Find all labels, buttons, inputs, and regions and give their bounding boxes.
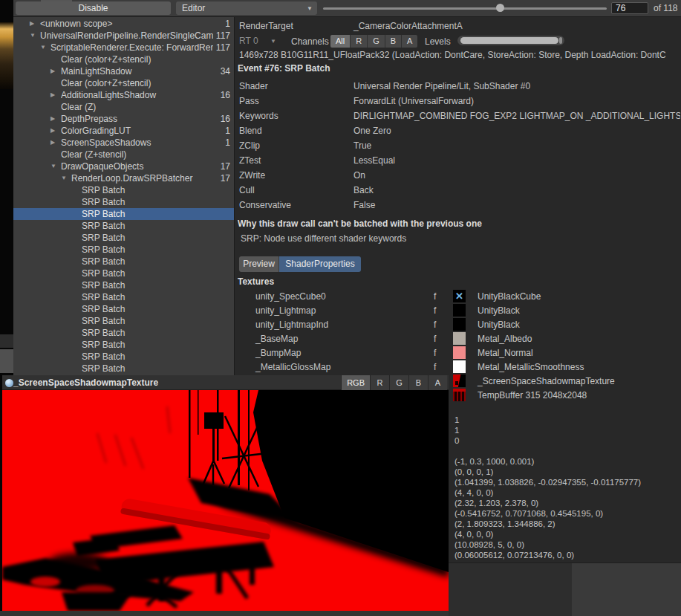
chevron-expanded-icon[interactable]: ▼ <box>50 161 61 172</box>
target-selector-dropdown[interactable]: Editor ▼ <box>176 1 317 15</box>
chevron-collapsed-icon[interactable]: ▶ <box>30 18 40 30</box>
chevron-collapsed-icon[interactable]: ▶ <box>50 65 61 77</box>
tree-row[interactable]: Clear (Z) <box>13 101 234 113</box>
tree-row[interactable]: ▶ScreenSpaceShadows1 <box>13 137 234 149</box>
tree-row[interactable]: SRP Batch <box>13 291 234 303</box>
texture-thumbnail[interactable]: ✕ <box>453 290 466 302</box>
tree-row[interactable]: ▶MainLightShadow34 <box>13 65 234 77</box>
preview-channel-button-b[interactable]: B <box>408 375 428 390</box>
chevron-collapsed-icon[interactable]: ▶ <box>50 89 61 101</box>
texture-property-name: unity_SpecCube0 <box>235 291 434 302</box>
channel-button-r[interactable]: R <box>351 35 368 48</box>
tree-row[interactable]: SRP Batch <box>13 363 234 375</box>
texture-asset-name: UnityBlack <box>466 305 520 316</box>
channel-button-all[interactable]: All <box>330 35 351 48</box>
texture-asset-name: UnityBlack <box>466 320 520 330</box>
tree-row[interactable]: SRP Batch <box>13 303 234 315</box>
tree-row[interactable]: SRP Batch <box>13 256 234 268</box>
tab-preview[interactable]: Preview <box>239 256 279 272</box>
preview-channel-button-r[interactable]: R <box>370 375 389 390</box>
chevron-collapsed-icon[interactable]: ▶ <box>50 113 61 125</box>
texture-type-flag: f <box>434 348 453 358</box>
thumb-shape <box>458 375 466 387</box>
tree-item-count: 1 <box>222 18 234 30</box>
chevron-expanded-icon[interactable]: ▼ <box>30 30 40 42</box>
tree-item-label: SRP Batch <box>82 363 227 375</box>
chevron-collapsed-icon[interactable]: ▶ <box>50 137 61 149</box>
event-number-input[interactable] <box>612 3 651 13</box>
rt-index-dropdown[interactable]: RT 0 ▼ <box>238 35 281 47</box>
texture-row: unity_LightmapfUnityBlack <box>235 303 681 317</box>
texture-thumbnail[interactable] <box>453 332 466 345</box>
channel-button-a[interactable]: A <box>402 35 417 48</box>
texture-thumbnail[interactable] <box>453 360 466 373</box>
tree-row[interactable]: Clear (color+Z+stencil) <box>13 77 234 89</box>
shader-value-line: (4, 0, 0, 0) <box>454 529 677 539</box>
event-property-value: Back <box>353 185 374 195</box>
texture-row: _MetallicGlossMapfMetal_MetallicSmoothne… <box>235 360 681 374</box>
thumb-shape <box>455 381 458 385</box>
tree-row[interactable]: ▶AdditionalLightsShadow16 <box>13 89 234 101</box>
scene-object-partial <box>0 22 13 89</box>
tree-row[interactable]: SRP Batch <box>13 279 234 291</box>
preview-channel-button-rgb[interactable]: RGB <box>341 375 370 390</box>
texture-property-name: unity_LightmapInd <box>235 320 434 330</box>
backdrop-band <box>0 334 13 348</box>
tree-row[interactable]: ▶DepthPrepass16 <box>13 113 234 125</box>
texture-thumbnail[interactable] <box>453 304 466 317</box>
tree-row[interactable]: SRP Batch <box>13 232 234 244</box>
preview-window-title: _ScreenSpaceShadowmapTexture <box>13 375 158 390</box>
texture-thumbnail[interactable] <box>453 389 466 401</box>
chevron-expanded-icon[interactable]: ▼ <box>61 172 71 184</box>
levels-range-bar[interactable] <box>460 37 558 44</box>
tree-row[interactable]: Clear (Z+stencil) <box>13 149 234 161</box>
chevron-expanded-icon[interactable]: ▼ <box>40 42 50 54</box>
levels-range-slider[interactable] <box>457 36 564 45</box>
tree-row[interactable]: ▼DrawOpaqueObjects17 <box>13 161 234 172</box>
tree-row[interactable]: SRP Batch <box>13 208 234 220</box>
event-slider-handle[interactable] <box>496 4 504 12</box>
levels-range-max-handle[interactable] <box>559 37 562 44</box>
tree-row[interactable]: SRP Batch <box>13 196 234 208</box>
disable-button[interactable]: Disable <box>16 1 171 15</box>
texture-thumbnail[interactable] <box>453 375 466 387</box>
tree-row[interactable]: SRP Batch <box>13 244 234 256</box>
tree-item-label: SRP Batch <box>82 244 227 256</box>
texture-asset-name: _ScreenSpaceShadowmapTexture <box>466 376 615 386</box>
texture-property-name: _MetallicGlossMap <box>235 362 434 372</box>
channel-button-g[interactable]: G <box>368 35 385 48</box>
tree-row[interactable]: SRP Batch <box>13 351 234 363</box>
texture-thumbnail[interactable] <box>453 318 466 331</box>
tree-row[interactable]: SRP Batch <box>13 220 234 232</box>
preview-channel-button-g[interactable]: G <box>389 375 408 390</box>
tree-row[interactable]: SRP Batch <box>13 268 234 279</box>
tree-row[interactable]: SRP Batch <box>13 184 234 196</box>
event-property-value: On <box>353 170 365 181</box>
event-property-label: ZClip <box>239 138 353 153</box>
event-slider-track[interactable] <box>323 7 607 10</box>
tree-item-count: 117 <box>213 42 234 54</box>
tree-item-label: DepthPrepass <box>61 113 218 125</box>
tree-row[interactable]: Clear (color+Z+stencil) <box>13 54 234 65</box>
event-property-value: ForwardLit (UniversalForward) <box>353 96 474 106</box>
texture-asset-name: Metal_Albedo <box>466 334 532 344</box>
tree-item-label: SRP Batch <box>82 196 227 208</box>
rt-index-label: RT 0 <box>239 35 258 47</box>
tree-row[interactable]: ▼UniversalRenderPipeline.RenderSingleCam… <box>13 30 234 42</box>
texture-type-flag: f <box>434 305 453 316</box>
preview-channel-button-a[interactable]: A <box>428 375 447 390</box>
preview-window-titlebar[interactable]: _ScreenSpaceShadowmapTexture RGBRGBA <box>2 375 449 390</box>
tree-row[interactable]: ▶ColorGradingLUT1 <box>13 125 234 137</box>
tree-row[interactable]: SRP Batch <box>13 315 234 327</box>
channel-button-b[interactable]: B <box>385 35 402 48</box>
tree-row[interactable]: SRP Batch <box>13 327 234 339</box>
tree-row[interactable]: ▶<unknown scope>1 <box>13 18 234 30</box>
texture-thumbnail[interactable] <box>453 346 466 359</box>
tree-row[interactable]: SRP Batch <box>13 339 234 351</box>
tree-row[interactable]: ▼ScriptableRenderer.Execute: ForwardRend… <box>13 42 234 54</box>
chevron-collapsed-icon[interactable]: ▶ <box>50 125 61 137</box>
tree-item-label: SRP Batch <box>82 184 227 196</box>
tree-item-label: ScriptableRenderer.Execute: ForwardRende <box>50 42 213 54</box>
tree-row[interactable]: ▼RenderLoop.DrawSRPBatcher17 <box>13 172 234 184</box>
tab-shader-properties[interactable]: ShaderProperties <box>279 256 361 272</box>
